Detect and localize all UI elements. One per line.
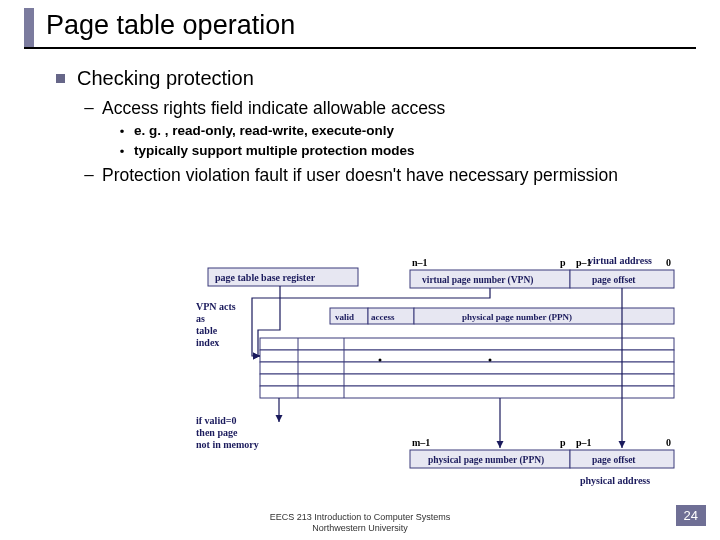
dash-bullet-icon: – — [84, 98, 94, 118]
pa-label: physical address — [580, 475, 650, 486]
bullet-l2b: – Protection violation fault if user doe… — [84, 165, 680, 186]
valid-label: valid — [335, 312, 354, 322]
bullet-l2a-text: Access rights field indicate allowable a… — [102, 98, 445, 119]
svg-rect-1 — [260, 350, 674, 362]
svg-rect-3 — [260, 374, 674, 386]
page-table-diagram-svg: page table base register virtual address… — [170, 252, 680, 500]
bullet-l3b: • typically support multiple protection … — [118, 143, 680, 161]
diagram: page table base register virtual address… — [170, 252, 680, 500]
zero-label-top: 0 — [666, 257, 671, 268]
ptbr-label: page table base register — [215, 272, 316, 283]
p-label-bot: p — [560, 437, 566, 448]
page-number: 24 — [676, 505, 706, 526]
svg-rect-0 — [260, 338, 674, 350]
ppn-label: physical page number (PPN) — [462, 312, 572, 322]
bullet-l2b-text: Protection violation fault if user doesn… — [102, 165, 618, 186]
p1-label-top: p–1 — [576, 257, 592, 268]
content-area: Checking protection – Access rights fiel… — [0, 49, 720, 186]
bullet-l3a-text: e. g. , read-only, read-write, execute-o… — [134, 123, 394, 138]
p-label-top: p — [560, 257, 566, 268]
dash-bullet-icon: – — [84, 165, 94, 185]
bullet-l1-text: Checking protection — [77, 67, 254, 90]
bullet-l1: Checking protection — [56, 67, 680, 90]
footer-line1: EECS 213 Introduction to Computer System… — [0, 512, 720, 523]
footer-line2: Northwestern University — [0, 523, 720, 534]
po-label-top: page offset — [592, 275, 636, 285]
dot-bullet-icon: • — [118, 123, 126, 141]
ppn-label-bot: physical page number (PPN) — [428, 455, 544, 466]
va-label: virtual address — [588, 255, 652, 266]
bullet-l3b-text: typically support multiple protection mo… — [134, 143, 415, 158]
p1-label-bot: p–1 — [576, 437, 592, 448]
ifvalid-label: if valid=0then pagenot in memory — [196, 415, 259, 450]
dot-bullet-icon: • — [118, 143, 126, 161]
svg-rect-4 — [260, 386, 674, 398]
vpn-label: virtual page number (VPN) — [422, 275, 533, 286]
svg-rect-2 — [260, 362, 674, 374]
bullet-l3a: • e. g. , read-only, read-write, execute… — [118, 123, 680, 141]
vpn-acts-label: VPN actsastableindex — [196, 301, 236, 348]
svg-point-7 — [379, 359, 382, 362]
po-label-bot: page offset — [592, 455, 636, 465]
svg-point-8 — [489, 359, 492, 362]
title-accent-block — [24, 8, 34, 47]
footer: EECS 213 Introduction to Computer System… — [0, 512, 720, 534]
m1-label: m–1 — [412, 437, 430, 448]
access-label: access — [371, 312, 395, 322]
square-bullet-icon — [56, 74, 65, 83]
bullet-l2a: – Access rights field indicate allowable… — [84, 98, 680, 119]
title-row: Page table operation — [0, 0, 720, 47]
n1-label: n–1 — [412, 257, 428, 268]
page-table-rows — [260, 338, 674, 398]
zero-label-bot: 0 — [666, 437, 671, 448]
slide-title: Page table operation — [46, 8, 295, 47]
